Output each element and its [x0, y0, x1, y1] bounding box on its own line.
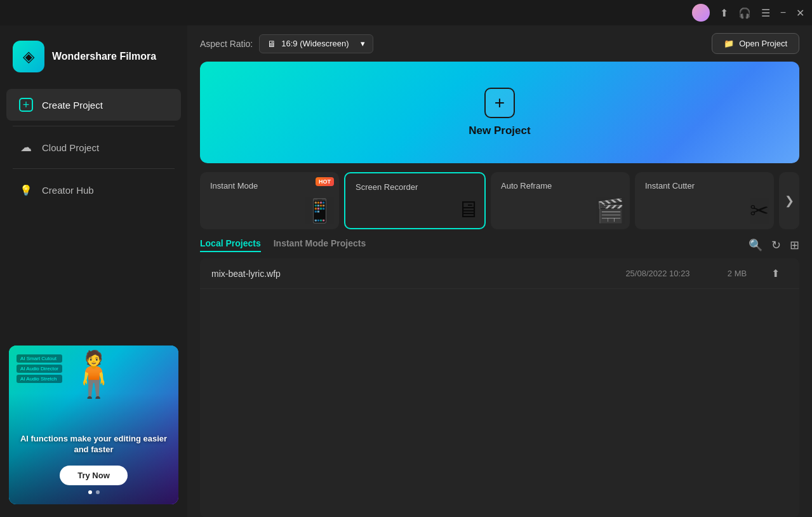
ad-dots — [19, 490, 168, 494]
feature-card-auto-reframe[interactable]: Auto Reframe 🎬 — [491, 172, 630, 229]
new-project-icon: + — [484, 88, 515, 118]
open-project-button[interactable]: 📁 Open Project — [712, 33, 799, 54]
feature-cards: Instant Mode HOT 📱 Screen Recorder 🖥 Aut… — [200, 172, 799, 229]
screen-icon: 🖥 — [267, 39, 276, 49]
aspect-ratio-select[interactable]: 🖥 16:9 (Widescreen) ▾ — [259, 34, 373, 53]
upload-icon[interactable]: ⬆ — [762, 267, 788, 279]
ad-content: AI functions make your editing easier an… — [19, 434, 168, 494]
more-arrow-button[interactable]: ❯ — [779, 172, 799, 229]
close-button[interactable]: ✕ — [796, 7, 804, 19]
cloud-project-icon: ☁ — [19, 140, 33, 154]
sidebar-item-label: Cloud Project — [42, 142, 99, 153]
projects-actions: 🔍 ↻ ⊞ — [749, 238, 799, 252]
folder-icon: 📁 — [724, 39, 734, 48]
instant-cutter-icon: ✂ — [750, 198, 769, 224]
sidebar-item-label: Creator Hub — [42, 185, 94, 196]
feature-card-screen-recorder[interactable]: Screen Recorder 🖥 — [344, 172, 486, 229]
sidebar-item-label: Create Project — [42, 100, 103, 111]
tab-instant-mode-projects[interactable]: Instant Mode Projects — [274, 238, 366, 252]
sidebar-item-creator-hub[interactable]: 💡 Creator Hub — [6, 174, 181, 206]
feature-card-instant-mode[interactable]: Instant Mode HOT 📱 — [200, 172, 339, 229]
table-row[interactable]: mix-beat-lyric.wfp 25/08/2022 10:23 2 MB… — [200, 258, 799, 289]
instant-mode-label: Instant Mode — [210, 181, 258, 191]
ad-title: AI functions make your editing easier an… — [19, 434, 168, 455]
projects-tabs: Local Projects Instant Mode Projects — [200, 238, 749, 252]
sidebar-item-create-project[interactable]: + Create Project — [6, 89, 181, 121]
refresh-button[interactable]: ↻ — [771, 238, 781, 252]
instant-cutter-label: Instant Cutter — [645, 181, 695, 191]
auto-reframe-label: Auto Reframe — [501, 181, 552, 191]
instant-mode-icon: 📱 — [305, 198, 334, 224]
tab-local-projects[interactable]: Local Projects — [200, 238, 261, 252]
aspect-ratio-label: Aspect Ratio: — [200, 39, 253, 49]
projects-section: Local Projects Instant Mode Projects 🔍 ↻… — [200, 238, 799, 517]
screen-recorder-label: Screen Recorder — [356, 182, 418, 192]
open-project-label: Open Project — [739, 39, 787, 48]
app-name: Wondershare Filmora — [52, 50, 156, 64]
project-date: 25/08/2022 10:23 — [604, 269, 712, 278]
ad-try-now-button[interactable]: Try Now — [60, 466, 128, 485]
chevron-down-icon: ▾ — [361, 39, 365, 48]
sidebar: ◈ Wondershare Filmora + Create Project ☁… — [0, 25, 187, 517]
upload-icon[interactable]: ⬆ — [720, 7, 728, 19]
aspect-ratio-group: Aspect Ratio: 🖥 16:9 (Widescreen) ▾ — [200, 34, 373, 53]
user-avatar[interactable] — [692, 4, 710, 22]
search-button[interactable]: 🔍 — [749, 238, 762, 252]
app-body: ◈ Wondershare Filmora + Create Project ☁… — [0, 25, 812, 517]
ad-dot-2 — [96, 490, 100, 494]
toolbar: Aspect Ratio: 🖥 16:9 (Widescreen) ▾ 📁 Op… — [187, 25, 812, 62]
project-name: mix-beat-lyric.wfp — [211, 269, 604, 279]
project-size: 2 MB — [712, 269, 762, 278]
aspect-ratio-value: 16:9 (Widescreen) — [281, 39, 349, 48]
project-list: mix-beat-lyric.wfp 25/08/2022 10:23 2 MB… — [200, 258, 799, 517]
logo-icon: ◈ — [13, 41, 44, 72]
nav-divider-1 — [13, 126, 175, 126]
minimize-button[interactable]: − — [780, 7, 786, 18]
ad-dot-1 — [88, 490, 92, 494]
create-project-icon: + — [19, 98, 33, 112]
new-project-label: New Project — [469, 124, 530, 137]
nav-divider-2 — [13, 168, 175, 169]
sidebar-item-cloud-project[interactable]: ☁ Cloud Project — [6, 131, 181, 163]
feature-card-instant-cutter[interactable]: Instant Cutter ✂ — [635, 172, 774, 229]
ad-banner[interactable]: 🧍 AI Smart Cutout AI Audio Director AI A… — [9, 346, 178, 504]
grid-view-button[interactable]: ⊞ — [790, 238, 799, 252]
app-logo: ◈ Wondershare Filmora — [0, 32, 187, 88]
new-project-banner[interactable]: + New Project — [200, 62, 799, 163]
main-content: Aspect Ratio: 🖥 16:9 (Widescreen) ▾ 📁 Op… — [187, 25, 812, 517]
projects-header: Local Projects Instant Mode Projects 🔍 ↻… — [200, 238, 799, 252]
auto-reframe-icon: 🎬 — [596, 198, 625, 224]
creator-hub-icon: 💡 — [19, 183, 33, 197]
titlebar: ⬆ 🎧 ☰ − ✕ — [0, 0, 812, 25]
headphone-icon[interactable]: 🎧 — [738, 7, 751, 19]
menu-icon[interactable]: ☰ — [761, 7, 770, 19]
screen-recorder-icon: 🖥 — [456, 196, 479, 223]
hot-badge: HOT — [316, 177, 334, 186]
